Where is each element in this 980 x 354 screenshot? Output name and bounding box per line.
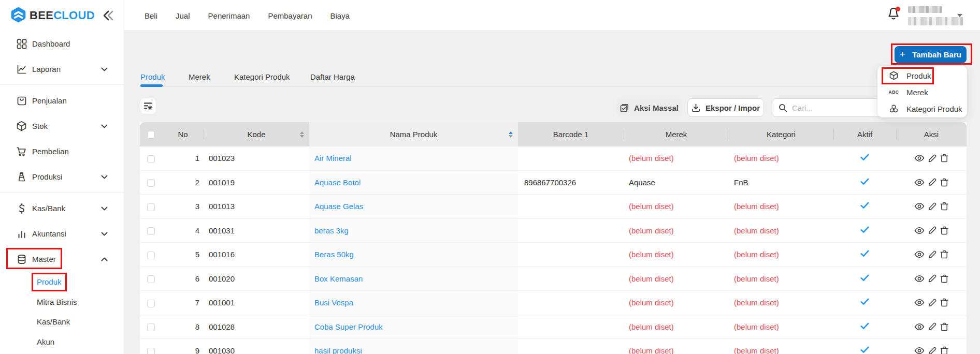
kode-cell: 001020 bbox=[204, 267, 309, 291]
dropdown-item-merek[interactable]: ABC Merek bbox=[877, 84, 967, 100]
row-checkbox[interactable] bbox=[147, 227, 155, 235]
sidebar-item-laporan[interactable]: Laporan bbox=[0, 56, 124, 82]
product-link[interactable]: Coba Super Produk bbox=[314, 322, 383, 331]
kode-cell: 001031 bbox=[204, 219, 309, 243]
product-link[interactable]: Air Mineral bbox=[314, 154, 352, 163]
active-check-icon bbox=[860, 178, 869, 187]
sidebar-item-penjualan[interactable]: Penjualan bbox=[0, 88, 124, 113]
product-link[interactable]: Aquase Gelas bbox=[314, 202, 363, 211]
sidebar-subitem-kasbank[interactable]: Kas/Bank bbox=[0, 312, 124, 332]
delete-trash-icon[interactable] bbox=[940, 346, 948, 354]
sidebar-item-akuntansi[interactable]: Akuntansi bbox=[0, 221, 124, 246]
row-checkbox[interactable] bbox=[147, 348, 155, 354]
edit-pencil-icon[interactable] bbox=[928, 154, 936, 163]
brand-name: BEECLOUD bbox=[30, 9, 95, 22]
product-link[interactable]: Beras 50kg bbox=[314, 250, 354, 259]
delete-trash-icon[interactable] bbox=[940, 226, 948, 235]
header-kode[interactable]: Kode bbox=[204, 122, 309, 146]
row-checkbox[interactable] bbox=[147, 179, 155, 187]
row-checkbox[interactable] bbox=[147, 252, 155, 259]
table-row: 6001020Box Kemasan(belum diset)(belum di… bbox=[140, 267, 967, 291]
edit-pencil-icon[interactable] bbox=[928, 322, 936, 331]
edit-pencil-icon[interactable] bbox=[928, 226, 936, 234]
view-eye-icon[interactable] bbox=[914, 275, 925, 283]
row-checkbox-cell bbox=[140, 267, 162, 291]
tab-produk[interactable]: Produk bbox=[140, 69, 165, 84]
sidebar-item-master[interactable]: Master bbox=[0, 246, 124, 272]
aktif-cell bbox=[833, 267, 896, 291]
tab-daftar-harga[interactable]: Daftar Harga bbox=[310, 69, 355, 84]
row-checkbox[interactable] bbox=[147, 275, 155, 283]
topnav-jual[interactable]: Jual bbox=[176, 11, 190, 20]
aksi-massal-button[interactable]: Aksi Massal bbox=[616, 98, 682, 117]
merek-cell: (belum diset) bbox=[624, 339, 729, 354]
view-eye-icon[interactable] bbox=[914, 250, 925, 258]
product-link[interactable]: hasil produksi bbox=[314, 346, 362, 354]
row-checkbox[interactable] bbox=[147, 203, 155, 211]
sidebar-item-produksi[interactable]: Produksi bbox=[0, 164, 124, 189]
view-eye-icon[interactable] bbox=[914, 323, 925, 331]
edit-pencil-icon[interactable] bbox=[928, 178, 936, 186]
delete-trash-icon[interactable] bbox=[940, 202, 948, 211]
row-number-cell: 7 bbox=[162, 291, 204, 315]
row-checkbox[interactable] bbox=[147, 323, 155, 331]
tab-merek[interactable]: Merek bbox=[189, 69, 210, 84]
topnav-beli[interactable]: Beli bbox=[145, 11, 157, 20]
edit-pencil-icon[interactable] bbox=[928, 202, 936, 211]
ekspor-impor-button[interactable]: Ekspor / Impor bbox=[687, 98, 764, 117]
report-icon bbox=[16, 64, 27, 75]
sort-icon-kode[interactable] bbox=[300, 131, 304, 138]
view-eye-icon[interactable] bbox=[914, 154, 925, 162]
sort-icon-nama-produk[interactable] bbox=[509, 131, 513, 138]
sidebar-subitem-mitra-bisnis[interactable]: Mitra Bisnis bbox=[0, 292, 124, 312]
sidebar-subitem-produk[interactable]: Produk bbox=[0, 272, 124, 292]
user-menu-caret-icon[interactable] bbox=[957, 14, 962, 17]
product-link[interactable]: Box Kemasan bbox=[314, 274, 363, 283]
dropdown-item-produk[interactable]: Produk bbox=[877, 67, 967, 84]
edit-pencil-icon[interactable] bbox=[928, 274, 936, 283]
header-nama-produk[interactable]: Nama Produk bbox=[309, 122, 518, 146]
sidebar-item-label: Stok bbox=[32, 122, 48, 130]
sidebar-item-stok[interactable]: Stok bbox=[0, 113, 124, 139]
delete-trash-icon[interactable] bbox=[940, 178, 948, 187]
row-checkbox[interactable] bbox=[147, 300, 155, 307]
topnav-pembayaran[interactable]: Pembayaran bbox=[268, 11, 312, 20]
view-eye-icon[interactable] bbox=[914, 227, 925, 234]
sidebar-subitem-akun[interactable]: Akun bbox=[0, 332, 124, 352]
view-eye-icon[interactable] bbox=[914, 299, 925, 306]
topnav-biaya[interactable]: Biaya bbox=[330, 11, 350, 20]
view-eye-icon[interactable] bbox=[914, 202, 925, 210]
sidebar-item-pembelian[interactable]: Pembelian bbox=[0, 139, 124, 164]
edit-pencil-icon[interactable] bbox=[928, 299, 936, 307]
chevron-down-icon bbox=[101, 232, 108, 236]
row-checkbox[interactable] bbox=[147, 155, 155, 163]
delete-trash-icon[interactable] bbox=[940, 154, 948, 163]
view-eye-icon[interactable] bbox=[914, 179, 925, 186]
header-aktif: Aktif bbox=[833, 122, 896, 146]
product-link[interactable]: Aquase Botol bbox=[314, 178, 361, 187]
sidebar-item-kasbank[interactable]: Kas/Bank bbox=[0, 196, 124, 221]
edit-pencil-icon[interactable] bbox=[928, 250, 936, 259]
edit-pencil-icon[interactable] bbox=[928, 347, 936, 354]
column-settings-button[interactable] bbox=[140, 98, 156, 114]
select-all-checkbox[interactable] bbox=[147, 131, 155, 139]
delete-trash-icon[interactable] bbox=[940, 298, 948, 307]
kategori-cell: (belum diset) bbox=[729, 219, 833, 243]
barcode-cell bbox=[518, 195, 624, 219]
kategori-cell: (belum diset) bbox=[729, 291, 833, 315]
sidebar-collapse-icon[interactable] bbox=[102, 9, 115, 22]
topnav-penerimaan[interactable]: Penerimaan bbox=[208, 11, 250, 20]
dropdown-item-kategori-produk[interactable]: Kategori Produk bbox=[877, 100, 967, 117]
sidebar-item-dashboard[interactable]: Dashboard bbox=[0, 31, 124, 56]
active-check-icon bbox=[860, 298, 869, 307]
tab-kategori-produk[interactable]: Kategori Produk bbox=[234, 69, 290, 84]
product-link[interactable]: Busi Vespa bbox=[314, 298, 353, 307]
product-link[interactable]: beras 3kg bbox=[314, 226, 349, 235]
view-eye-icon[interactable] bbox=[914, 347, 925, 354]
delete-trash-icon[interactable] bbox=[940, 274, 948, 283]
delete-trash-icon[interactable] bbox=[940, 250, 948, 259]
nama-produk-cell: hasil produksi bbox=[309, 339, 518, 354]
delete-trash-icon[interactable] bbox=[940, 322, 948, 331]
tambah-baru-button[interactable]: + Tambah Baru bbox=[895, 46, 967, 63]
column-settings-icon bbox=[143, 101, 153, 111]
